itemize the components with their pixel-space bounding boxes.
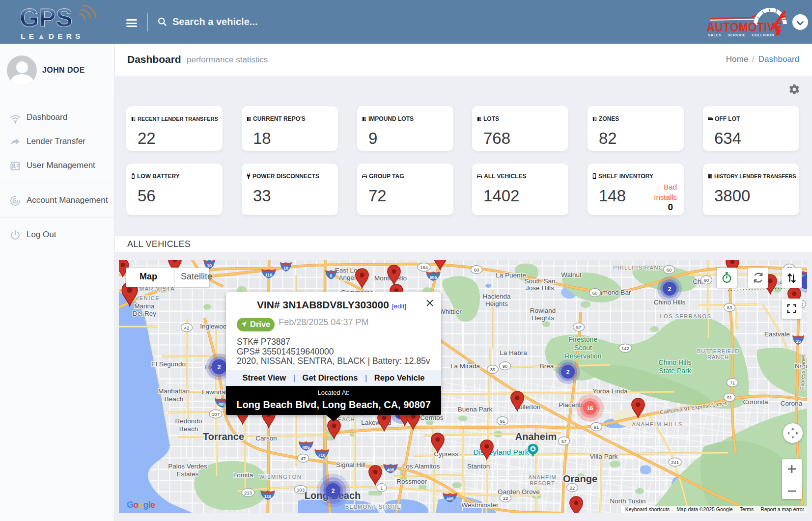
svg-text:Scout: Scout xyxy=(574,344,592,352)
svg-text:47: 47 xyxy=(301,456,306,461)
svg-text:State Park: State Park xyxy=(659,367,691,375)
svg-text:57: 57 xyxy=(576,325,582,330)
svg-text:Buena Park: Buena Park xyxy=(458,406,493,413)
svg-text:Los Alamitos: Los Alamitos xyxy=(402,463,440,470)
svg-text:ANAHEIM: ANAHEIM xyxy=(528,474,556,480)
svg-text:VENICE: VENICE xyxy=(135,295,160,301)
svg-text:Palos Verdes: Palos Verdes xyxy=(168,463,207,470)
svg-text:110: 110 xyxy=(265,273,273,277)
svg-text:16: 16 xyxy=(587,405,593,411)
svg-text:142: 142 xyxy=(621,346,629,351)
svg-text:83: 83 xyxy=(727,305,732,310)
svg-text:90: 90 xyxy=(503,363,508,369)
svg-text:GPS: GPS xyxy=(21,5,73,32)
svg-text:2: 2 xyxy=(566,369,570,376)
svg-text:BELMONT SHORE: BELMONT SHORE xyxy=(345,504,402,510)
svg-text:Cerritos: Cerritos xyxy=(420,414,444,421)
svg-text:RESORT: RESORT xyxy=(530,480,555,486)
svg-text:1: 1 xyxy=(380,485,383,491)
svg-text:PHILLIPS RANCH: PHILLIPS RANCH xyxy=(613,265,668,271)
svg-text:Whittier: Whittier xyxy=(439,308,462,315)
svg-text:405: 405 xyxy=(218,402,225,407)
svg-text:Estates: Estates xyxy=(176,470,198,478)
svg-text:Walnut: Walnut xyxy=(561,271,582,278)
svg-text:605: 605 xyxy=(429,275,437,280)
svg-text:71: 71 xyxy=(730,380,735,385)
svg-text:103: 103 xyxy=(297,487,305,493)
svg-text:Orange: Orange xyxy=(563,473,597,484)
svg-text:Chino Hills: Chino Hills xyxy=(659,358,692,366)
svg-text:WILMINGTON: WILMINGTON xyxy=(259,474,302,480)
svg-text:60: 60 xyxy=(474,267,479,273)
svg-text:South San: South San xyxy=(524,277,555,285)
svg-text:5: 5 xyxy=(330,274,332,278)
svg-text:Firestone: Firestone xyxy=(569,335,598,343)
svg-text:Corona: Corona xyxy=(781,400,803,407)
svg-text:North Tustin: North Tustin xyxy=(610,497,646,505)
svg-text:60: 60 xyxy=(592,290,598,296)
svg-text:Jose Hills: Jose Hills xyxy=(526,284,554,292)
svg-text:Reservation: Reservation xyxy=(565,352,602,360)
svg-text:Marina: Marina xyxy=(134,302,155,310)
svg-text:Redondo: Redondo xyxy=(175,417,202,425)
svg-text:710: 710 xyxy=(318,453,325,458)
svg-text:2: 2 xyxy=(218,364,221,371)
svg-text:Torrance: Torrance xyxy=(203,431,244,442)
svg-text:La Mirada: La Mirada xyxy=(450,362,480,370)
svg-text:2: 2 xyxy=(332,488,335,494)
svg-text:Brea: Brea xyxy=(540,362,554,370)
svg-text:405: 405 xyxy=(446,496,453,501)
svg-text:BUTTERFIELD: BUTTERFIELD xyxy=(697,348,739,354)
svg-text:57: 57 xyxy=(561,439,567,444)
svg-text:Westminster: Westminster xyxy=(462,501,499,509)
svg-text:241: 241 xyxy=(671,460,679,465)
svg-text:Manhattan: Manhattan xyxy=(158,387,190,395)
svg-text:10: 10 xyxy=(283,266,288,271)
svg-text:Rossmoor: Rossmoor xyxy=(396,478,427,485)
svg-text:AUTOMOTIVE: AUTOMOTIVE xyxy=(707,20,783,34)
svg-text:Anaheim: Anaheim xyxy=(515,431,557,442)
svg-text:22: 22 xyxy=(570,485,575,491)
svg-text:42: 42 xyxy=(184,325,190,330)
svg-text:SALES SERVICE COLLISION: SALES SERVICE COLLISION xyxy=(708,33,774,37)
svg-text:Hacienda: Hacienda xyxy=(482,293,511,300)
svg-text:LOS SERRANOS: LOS SERRANOS xyxy=(660,313,712,319)
svg-text:Heights: Heights xyxy=(532,314,554,322)
svg-text:60: 60 xyxy=(704,277,709,283)
svg-text:60: 60 xyxy=(667,267,672,273)
svg-text:91: 91 xyxy=(500,418,505,424)
svg-text:91: 91 xyxy=(727,395,732,400)
svg-text:2: 2 xyxy=(668,286,672,293)
svg-text:La Habra: La Habra xyxy=(500,349,527,356)
svg-text:Heights: Heights xyxy=(485,300,508,307)
svg-text:Lomita: Lomita xyxy=(233,471,253,479)
svg-text:91: 91 xyxy=(594,424,599,430)
svg-text:Villa Park: Villa Park xyxy=(590,453,618,460)
svg-text:Coronita: Coronita xyxy=(743,398,768,406)
svg-text:107: 107 xyxy=(212,411,220,417)
svg-text:213: 213 xyxy=(244,490,252,495)
svg-text:Yorba Linda: Yorba Linda xyxy=(592,387,628,395)
svg-text:39: 39 xyxy=(490,367,496,372)
svg-text:Del Rey: Del Rey xyxy=(133,310,156,317)
svg-text:Rowland: Rowland xyxy=(530,307,556,314)
svg-text:Carson: Carson xyxy=(255,435,277,442)
svg-text:15: 15 xyxy=(796,339,801,344)
svg-text:405: 405 xyxy=(387,467,394,472)
svg-text:Beach: Beach xyxy=(165,395,183,403)
svg-text:22: 22 xyxy=(503,495,508,501)
svg-text:RANCH: RANCH xyxy=(707,354,729,360)
svg-text:Signal Hill: Signal Hill xyxy=(336,461,365,468)
svg-text:Beach: Beach xyxy=(179,425,198,433)
svg-text:Stanton: Stanton xyxy=(467,463,490,470)
svg-text:405: 405 xyxy=(302,445,309,450)
svg-text:LE▲DERS: LE▲DERS xyxy=(21,32,84,40)
svg-text:Eastvale: Eastvale xyxy=(764,330,790,338)
svg-text:164: 164 xyxy=(420,265,428,270)
svg-text:El Segundo: El Segundo xyxy=(151,360,186,368)
svg-text:La Puente: La Puente xyxy=(496,272,526,279)
svg-text:Express Lanes: Express Lanes xyxy=(799,354,807,390)
svg-text:ANAHEIM HILLS: ANAHEIM HILLS xyxy=(632,421,682,427)
svg-text:110: 110 xyxy=(264,494,272,499)
